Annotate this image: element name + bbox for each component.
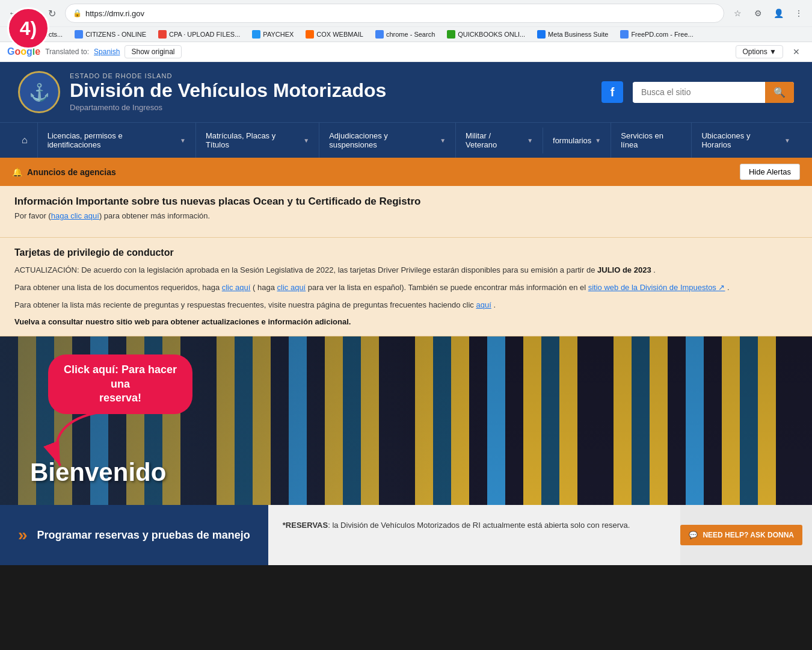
bookmark-favicon [375,30,384,39]
bookmark-label: chrome - Search [386,31,435,38]
chevron-down-icon: ▼ [784,137,790,144]
alert-label: Anuncios de agencias [27,167,116,177]
chat-icon: 💬 [689,531,698,539]
bookmark-label: QUICKBOOKS ONLI... [458,31,525,38]
alert-note: Vuelva a consultar nuestro sitio web par… [14,317,798,326]
alert-date-bold: JULIO de 2023 [597,265,651,274]
alert-banner: 🔔 Anuncios de agencias Hide Alertas [0,158,812,186]
browser-toolbar: ← → ↻ 🔒 https://dmv.ri.gov ☆ ⚙ 👤 ⋮ [0,0,812,26]
translated-to-label: Translated to: [45,48,89,56]
dmv-title-area: ESTADO DE RHODE ISLAND División de Vehíc… [70,72,386,112]
nav-home-button[interactable]: ⌂ [12,126,37,154]
alert-link-4[interactable]: sitio web de la División de Impuestos ↗ [588,283,725,292]
nav-item-label: Ubicaciones y Horarios [701,131,781,149]
reservas-text: *RESERVAS: la División de Vehículos Moto… [283,519,630,531]
schedule-text-area: Programar reservas y pruebas de manejo [37,528,250,542]
chevron-down-icon: ▼ [180,137,186,144]
dmv-nav: ⌂ Licencias, permisos e identificaciones… [0,122,812,158]
search-box: 🔍 [633,82,794,103]
annotation-arrow [42,406,150,478]
bookmark-favicon [158,30,167,39]
bookmark-item[interactable]: FreePD.com - Free... [615,28,698,40]
nav-item-label: Adjudicaciones y suspensiones [329,131,436,149]
bookmark-favicon [620,30,629,39]
star-button[interactable]: ☆ [729,5,746,22]
nav-item-label: Militar / Veterano [466,131,523,149]
url-text: https://dmv.ri.gov [85,9,144,18]
bookmark-label: PAYCHEX [263,31,294,38]
profile-button[interactable]: 👤 [770,5,787,22]
bookmark-favicon [447,30,455,39]
logo-area: ⚓ ESTADO DE RHODE ISLAND División de Veh… [18,71,386,113]
options-button[interactable]: Options ▼ [736,45,783,58]
website-content: ⚓ ESTADO DE RHODE ISLAND División de Veh… [0,62,812,565]
annotation-line1: Click aquí: Para hacer una [64,364,177,389]
step-badge-label: 4) [20,17,37,40]
need-help-label: NEED HELP? ASK DONNA [703,531,794,539]
hero-section: Bienvenido Click aquí: Para hacer una re… [0,336,812,505]
chevron-down-icon: ▼ [440,137,446,144]
dmv-seal: ⚓ [18,71,60,113]
nav-item-servicios[interactable]: Servicios en línea [611,123,691,158]
bookmark-label: FreePD.com - Free... [631,31,693,38]
bookmark-item[interactable]: Meta Business Suite [532,28,613,40]
annotation-bubble[interactable]: Click aquí: Para hacer una reserva! [48,354,192,413]
address-bar[interactable]: 🔒 https://dmv.ri.gov [65,4,724,23]
bookmark-item[interactable]: COX WEBMAIL [301,28,368,40]
alert-link-2[interactable]: clic aquí [222,283,251,292]
bookmark-item[interactable]: chrome - Search [371,28,440,40]
language-label[interactable]: Spanish [94,48,120,56]
search-input[interactable] [633,82,765,102]
schedule-button[interactable]: » Programar reservas y pruebas de manejo [0,505,268,565]
bookmark-label: CITIZENS - ONLINE [85,31,146,38]
nav-item-label: Licencias, permisos e identificaciones [48,131,176,149]
bookmark-favicon [75,30,83,39]
chevron-down-icon: ▼ [595,137,601,144]
dmv-dept: Departamento de Ingresos [70,103,386,112]
bookmark-favicon [537,30,546,39]
bookmark-label: Meta Business Suite [548,31,608,38]
dmv-title: División de Vehículos Motorizados [70,79,386,102]
extension-button[interactable]: ⚙ [749,5,766,22]
chevron-down-icon: ▼ [303,137,309,144]
translate-close-button[interactable]: ✕ [788,45,805,58]
translate-bar: Google Translated to: Spanish Show origi… [0,42,812,62]
nav-item-matriculas[interactable]: Matrículas, Placas y Títulos ▼ [195,123,319,158]
alert-section-2: Tarjetas de privilegio de conductor ACTU… [0,238,812,336]
chevron-down-icon: ▼ [527,137,533,144]
dmv-state: ESTADO DE RHODE ISLAND [70,72,386,79]
alert-link-3[interactable]: clic aquí [277,283,306,292]
alert-link-1[interactable]: haga clic aquí [51,211,99,220]
facebook-button[interactable]: f [601,81,623,103]
need-help-button[interactable]: 💬 NEED HELP? ASK DONNA [680,525,802,545]
dmv-header-right: f 🔍 [601,81,794,103]
reservas-info: *RESERVAS: la División de Vehículos Moto… [268,505,681,565]
bookmark-item[interactable]: PAYCHEX [247,28,298,40]
browser-chrome: ← → ↻ 🔒 https://dmv.ri.gov ☆ ⚙ 👤 ⋮ ound … [0,0,812,42]
bookmark-item[interactable]: CPA · UPLOAD FILES... [153,28,245,40]
nav-item-militar[interactable]: Militar / Veterano ▼ [455,123,543,158]
hide-alerts-button[interactable]: Hide Alertas [740,164,800,180]
nav-item-label: Servicios en línea [621,131,681,149]
show-original-button[interactable]: Show original [125,45,181,58]
bookmark-item[interactable]: QUICKBOOKS ONLI... [442,28,530,40]
bookmark-label: CPA · UPLOAD FILES... [169,31,240,38]
nav-item-licencias[interactable]: Licencias, permisos e identificaciones ▼ [37,123,195,158]
nav-item-label: Matrículas, Placas y Títulos [206,131,300,149]
alert-para-2: Para obtener una lista de los documentos… [14,282,798,294]
menu-button[interactable]: ⋮ [790,5,807,22]
alert-link-5[interactable]: aquí [476,300,491,309]
dmv-header: ⚓ ESTADO DE RHODE ISLAND División de Veh… [0,62,812,122]
search-button[interactable]: 🔍 [765,82,794,103]
bookmark-favicon [306,30,314,39]
annotation-line2: reserva! [99,392,141,404]
bookmarks-bar: ound Effects... CITIZENS - ONLINE CPA · … [0,26,812,42]
bookmark-item[interactable]: CITIZENS - ONLINE [70,28,151,40]
nav-item-ubicaciones[interactable]: Ubicaciones y Horarios ▼ [691,123,800,158]
nav-item-label: formularios [553,136,591,145]
alert-label-area: 🔔 Anuncios de agencias [12,167,116,177]
nav-item-formularios[interactable]: formularios ▼ [543,128,611,153]
nav-item-adjudicaciones[interactable]: Adjudicaciones y suspensiones ▼ [319,123,455,158]
alert-para-3: Para obtener la lista más reciente de pr… [14,299,798,312]
bookmark-favicon [252,30,260,39]
